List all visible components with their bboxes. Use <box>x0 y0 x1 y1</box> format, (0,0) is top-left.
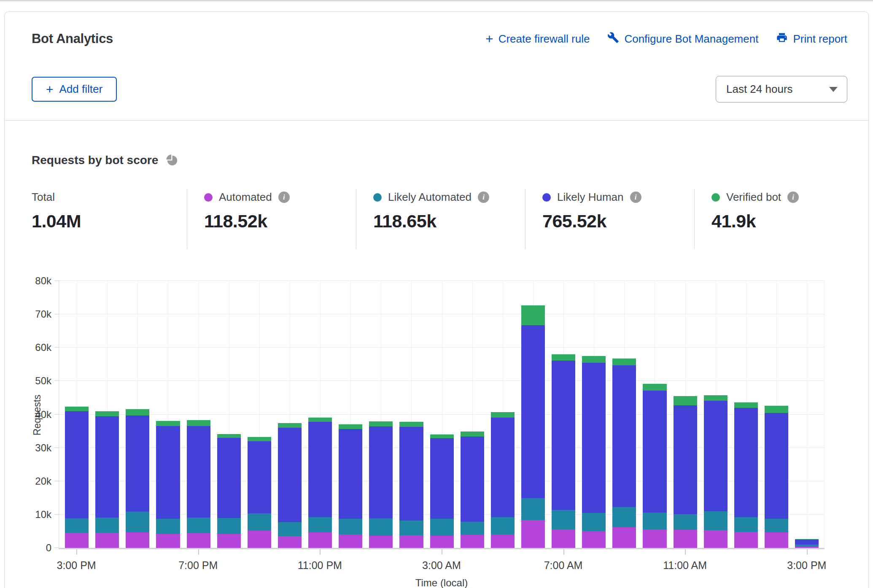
bar-stack <box>734 402 758 548</box>
printer-icon <box>776 32 788 46</box>
legend-dot-likely-human <box>542 193 551 202</box>
segment-likely-human <box>552 361 575 510</box>
segment-automated <box>369 536 393 548</box>
bar-11-00-pm[interactable] <box>308 281 332 548</box>
bar-4-00-am[interactable] <box>461 281 484 548</box>
bar-10-00-pm[interactable] <box>278 281 302 548</box>
bar-11-00-am[interactable] <box>674 281 697 548</box>
segment-verified-bot <box>704 395 728 401</box>
segment-likely-human <box>156 426 180 518</box>
segment-likely-automated <box>65 518 89 533</box>
bar-2-00-am[interactable] <box>399 281 423 548</box>
bar-7-00-pm[interactable] <box>187 281 210 548</box>
x-tick-cell <box>95 549 119 575</box>
bar-stack <box>278 423 302 548</box>
y-axis-tick-label: 70k <box>35 308 51 320</box>
bar-6-00-pm[interactable] <box>156 281 180 548</box>
segment-likely-human <box>521 325 545 498</box>
segment-likely-automated <box>704 511 728 530</box>
bar-9-00-pm[interactable] <box>248 281 271 548</box>
x-tick-mark <box>807 549 808 555</box>
segment-likely-automated <box>521 498 545 521</box>
y-axis-tick-label: 40k <box>35 409 51 421</box>
segment-likely-automated <box>491 517 515 534</box>
info-icon[interactable]: i <box>278 192 290 203</box>
x-axis: 3:00 PM7:00 PM11:00 PM3:00 AM7:00 AM11:0… <box>59 549 824 575</box>
x-tick-cell <box>338 549 362 575</box>
wrench-icon <box>607 32 619 46</box>
section-header: Requests by bot score <box>5 121 868 167</box>
bot-analytics-page: Bot Analytics + Create firewall rule Con… <box>0 0 873 588</box>
time-range-value: Last 24 hours <box>726 83 793 96</box>
segment-likely-automated <box>612 507 636 527</box>
info-icon[interactable]: i <box>478 192 489 203</box>
segment-likely-automated <box>156 519 180 534</box>
segment-verified-bot <box>461 432 484 437</box>
segment-verified-bot <box>399 422 423 427</box>
x-tick-cell <box>703 549 727 575</box>
segment-likely-human <box>217 438 241 518</box>
segment-automated <box>582 531 606 548</box>
segment-likely-automated <box>308 517 332 533</box>
segment-likely-human <box>399 427 423 521</box>
bar-3-00-pm[interactable] <box>65 281 89 548</box>
configure-bot-management-link[interactable]: Configure Bot Management <box>607 32 758 46</box>
bar-8-00-am[interactable] <box>582 281 606 548</box>
segment-likely-automated <box>734 517 758 532</box>
bar-7-00-am[interactable] <box>552 281 575 548</box>
bar-9-00-am[interactable] <box>612 281 636 548</box>
stat-verified-bot: Verified boti41.9k <box>694 189 863 249</box>
bar-3-00-am[interactable] <box>430 281 454 548</box>
x-tick-cell <box>734 549 757 575</box>
bar-1-00-am[interactable] <box>369 281 393 548</box>
stat-label: Verified bot <box>726 191 781 204</box>
segment-likely-automated <box>643 512 666 529</box>
x-tick-mark <box>198 549 199 555</box>
bar-8-00-pm[interactable] <box>217 281 241 548</box>
segment-automated <box>795 547 819 548</box>
create-firewall-rule-link[interactable]: + Create firewall rule <box>485 32 590 46</box>
segment-verified-bot <box>765 406 788 413</box>
add-filter-button[interactable]: + Add filter <box>32 77 117 102</box>
print-report-link[interactable]: Print report <box>776 32 847 46</box>
bar-stack <box>217 434 241 548</box>
x-axis-title: Time (local) <box>59 577 824 588</box>
segment-automated <box>461 535 484 548</box>
bars-layer <box>59 281 824 548</box>
segment-likely-human <box>734 408 758 517</box>
segment-automated <box>217 534 241 548</box>
segment-automated <box>521 520 545 548</box>
x-axis-tick-label: 3:00 PM <box>57 559 96 572</box>
bar-2-00-pm[interactable] <box>765 281 788 548</box>
info-icon[interactable]: i <box>630 192 641 203</box>
time-range-select[interactable]: Last 24 hours <box>716 76 847 102</box>
bar-stack <box>187 420 210 548</box>
bar-1-00-pm[interactable] <box>734 281 758 548</box>
segment-likely-automated <box>765 519 788 532</box>
y-axis-tick-label: 10k <box>35 509 51 521</box>
bar-10-00-am[interactable] <box>643 281 666 548</box>
bar-5-00-pm[interactable] <box>126 281 149 548</box>
bar-3-00-pm[interactable] <box>795 281 819 548</box>
x-tick-cell <box>460 549 484 575</box>
info-icon[interactable]: i <box>787 192 799 203</box>
bar-stack <box>369 421 393 548</box>
x-tick-cell <box>369 549 393 575</box>
segment-automated <box>187 533 210 548</box>
y-axis-tick-label: 60k <box>35 342 51 353</box>
y-tick-mark <box>54 380 59 381</box>
segment-likely-automated <box>278 522 302 536</box>
segment-verified-bot <box>278 423 302 428</box>
bar-4-00-pm[interactable] <box>95 281 119 548</box>
bar-12-00-pm[interactable] <box>704 281 728 548</box>
bar-5-00-am[interactable] <box>491 281 515 548</box>
bar-12-00-am[interactable] <box>339 281 362 548</box>
segment-likely-automated <box>217 518 241 534</box>
plot-area: 010k20k30k40k50k60k70k80k <box>59 281 824 549</box>
segment-verified-bot <box>430 434 454 439</box>
segment-likely-automated <box>126 512 149 532</box>
bar-6-00-am[interactable] <box>521 281 545 548</box>
segment-verified-bot <box>156 421 180 426</box>
segment-automated <box>704 530 728 548</box>
segment-likely-automated <box>582 513 606 531</box>
